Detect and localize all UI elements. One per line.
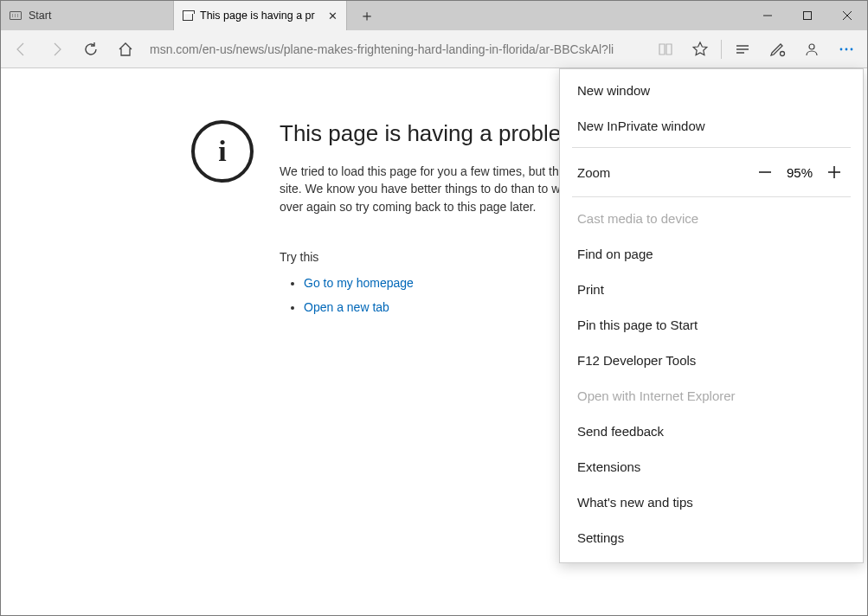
menu-feedback[interactable]: Send feedback <box>560 414 863 449</box>
new-tab-button[interactable]: ＋ <box>347 1 387 30</box>
menu-zoom-row: Zoom 95% <box>560 151 863 193</box>
toolbar-separator <box>721 40 722 59</box>
link-homepage[interactable]: Go to my homepage <box>304 276 414 290</box>
menu-new-inprivate[interactable]: New InPrivate window <box>560 108 863 144</box>
share-button[interactable] <box>794 32 829 67</box>
menu-print[interactable]: Print <box>560 272 863 307</box>
info-glyph: i <box>218 135 226 168</box>
menu-pin[interactable]: Pin this page to Start <box>560 307 863 343</box>
more-button[interactable] <box>829 32 864 67</box>
menu-settings[interactable]: Settings <box>560 520 863 555</box>
plus-icon: ＋ <box>359 5 375 26</box>
toolbar: msn.com/en-us/news/us/plane-makes-fright… <box>1 30 867 68</box>
svg-point-8 <box>809 44 814 49</box>
window-controls <box>748 1 867 30</box>
svg-point-7 <box>781 51 785 55</box>
zoom-in-button[interactable] <box>820 160 849 184</box>
zoom-label: Zoom <box>577 165 750 180</box>
menu-whatsnew[interactable]: What's new and tips <box>560 484 863 520</box>
forward-button[interactable] <box>39 32 74 67</box>
menu-devtools[interactable]: F12 Developer Tools <box>560 343 863 378</box>
menu-find[interactable]: Find on page <box>560 236 863 272</box>
zoom-value: 95% <box>780 165 820 180</box>
maximize-button[interactable] <box>788 1 827 30</box>
svg-point-10 <box>845 48 848 50</box>
svg-point-9 <box>840 48 843 50</box>
menu-ie: Open with Internet Explorer <box>560 378 863 414</box>
more-menu: New window New InPrivate window Zoom 95%… <box>559 68 864 563</box>
address-text: msn.com/en-us/news/us/plane-makes-fright… <box>150 42 614 56</box>
tab-start[interactable]: Start <box>1 1 174 30</box>
close-window-button[interactable] <box>827 1 867 30</box>
hub-button[interactable] <box>725 32 760 67</box>
back-button[interactable] <box>4 32 39 67</box>
tab-active[interactable]: This page is having a pr ✕ <box>174 1 347 30</box>
menu-separator <box>572 147 851 148</box>
home-button[interactable] <box>108 32 143 67</box>
keyboard-icon <box>10 11 22 20</box>
favorite-button[interactable] <box>683 32 717 67</box>
minimize-button[interactable] <box>748 1 788 30</box>
menu-separator <box>572 196 851 197</box>
page-icon <box>183 10 193 21</box>
zoom-out-button[interactable] <box>750 160 780 184</box>
tab-close-button[interactable]: ✕ <box>328 10 338 22</box>
refresh-button[interactable] <box>74 32 108 67</box>
svg-rect-1 <box>804 12 812 20</box>
address-bar[interactable]: msn.com/en-us/news/us/plane-makes-fright… <box>143 37 648 61</box>
webnote-button[interactable] <box>760 32 794 67</box>
info-icon: i <box>191 120 254 183</box>
link-newtab[interactable]: Open a new tab <box>304 300 389 314</box>
reading-view-button[interactable] <box>648 32 683 67</box>
menu-cast: Cast media to device <box>560 201 863 236</box>
tab-start-label: Start <box>29 10 51 22</box>
menu-new-window[interactable]: New window <box>560 73 863 108</box>
tab-active-title: This page is having a pr <box>200 10 323 22</box>
svg-point-11 <box>851 48 853 50</box>
titlebar: Start This page is having a pr ✕ ＋ <box>1 1 867 30</box>
menu-extensions[interactable]: Extensions <box>560 449 863 484</box>
